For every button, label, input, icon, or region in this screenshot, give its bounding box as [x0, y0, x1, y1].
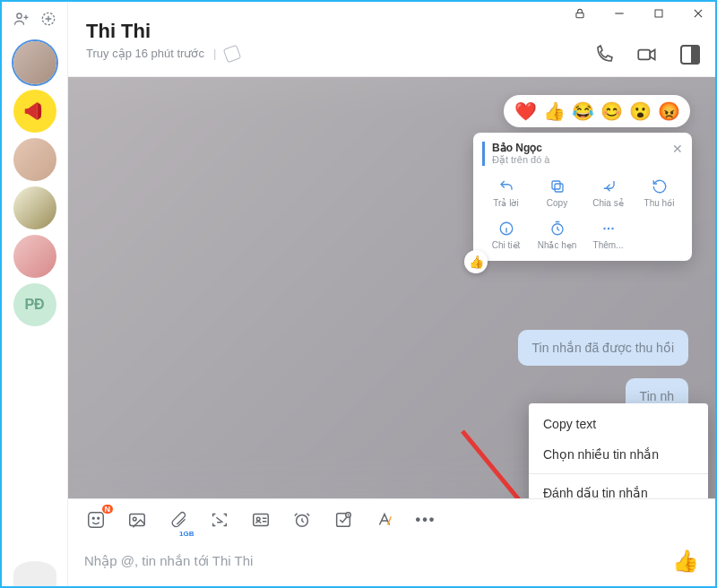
composer-toolbar: N 1GB •••	[68, 499, 715, 535]
action-copy[interactable]: Copy	[533, 173, 581, 212]
reaction-smile[interactable]: 😊	[600, 100, 622, 122]
format-icon[interactable]	[373, 508, 396, 532]
tag-icon[interactable]	[223, 44, 242, 63]
window-controls	[568, 4, 710, 23]
contact-avatar-5[interactable]	[13, 235, 56, 278]
chat-header: Thi Thi Truy cập 16 phút trước |	[68, 2, 715, 77]
svg-rect-3	[655, 10, 662, 17]
message-action-card: Bảo Ngọc Đặt trên đó à ✕ Trả lời Copy Ch…	[473, 133, 692, 261]
svg-point-0	[16, 13, 21, 18]
sticker-icon[interactable]: N	[84, 508, 108, 532]
reaction-laugh[interactable]: 😂	[572, 100, 593, 122]
side-panel-toggle[interactable]	[678, 42, 703, 67]
quick-react-thumb[interactable]: 👍	[464, 250, 488, 273]
ctx-copy-text[interactable]: Copy text	[529, 409, 708, 439]
more-tools-icon[interactable]: •••	[414, 508, 437, 532]
minimize-button[interactable]	[608, 4, 631, 23]
contact-avatar-1[interactable]	[13, 41, 56, 84]
main-column: Thi Thi Truy cập 16 phút trước |	[68, 2, 715, 586]
reaction-thumbs-up[interactable]: 👍	[543, 100, 565, 122]
message-input[interactable]	[84, 553, 672, 568]
svg-point-18	[256, 517, 260, 521]
recalled-message-1[interactable]: Tin nhắn đã được thu hồi	[518, 330, 688, 366]
sidebar-top-tools	[10, 7, 60, 30]
svg-point-11	[611, 228, 613, 229]
svg-rect-12	[89, 513, 104, 528]
contact-avatar-partial[interactable]	[13, 561, 56, 586]
close-button[interactable]	[687, 4, 710, 23]
contact-avatar-4[interactable]	[13, 186, 56, 229]
action-details[interactable]: Chi tiết	[482, 215, 530, 254]
svg-rect-6	[552, 181, 560, 189]
svg-rect-2	[576, 13, 583, 17]
svg-point-16	[133, 517, 136, 521]
send-like-button[interactable]: 👍	[672, 549, 699, 574]
last-seen-text: Truy cập 16 phút trước	[86, 47, 204, 60]
action-reply[interactable]: Trả lời	[482, 173, 530, 212]
attachment-icon[interactable]: 1GB	[167, 508, 190, 532]
add-friend-icon[interactable]	[10, 7, 33, 30]
action-recall[interactable]: Thu hồi	[635, 173, 683, 212]
svg-rect-17	[254, 514, 269, 526]
svg-rect-4	[638, 50, 650, 60]
svg-point-14	[98, 517, 99, 519]
contact-avatar-pd[interactable]: PĐ	[13, 283, 56, 326]
context-menu: Copy text Chọn nhiều tin nhắn Đánh dấu t…	[529, 403, 708, 498]
video-call-icon[interactable]	[635, 42, 660, 67]
composer-input-row: 👍	[68, 535, 715, 586]
card-message-preview: Đặt trên đó à	[492, 154, 549, 166]
svg-point-13	[92, 517, 94, 519]
reaction-heart[interactable]: ❤️	[514, 100, 536, 122]
alarm-icon[interactable]	[290, 508, 314, 532]
svg-point-9	[603, 228, 605, 229]
task-icon[interactable]	[332, 508, 355, 532]
ctx-multi-select[interactable]: Chọn nhiều tin nhắn	[529, 439, 708, 470]
svg-rect-5	[555, 184, 563, 192]
ctx-mark[interactable]: Đánh dấu tin nhắn	[529, 478, 708, 498]
card-close-icon[interactable]: ✕	[672, 142, 683, 156]
action-more[interactable]: Thêm...	[584, 215, 632, 254]
header-tools	[592, 42, 703, 67]
screenshot-icon[interactable]	[208, 508, 231, 532]
maximize-button[interactable]	[647, 4, 670, 23]
sidebar: PĐ	[2, 2, 68, 586]
reaction-picker[interactable]: ❤️ 👍 😂 😊 😮 😡	[504, 95, 690, 127]
action-share[interactable]: Chia sẻ	[584, 173, 632, 212]
composer: N 1GB ••• 👍	[68, 498, 715, 586]
lock-icon[interactable]	[568, 4, 592, 23]
action-reminder[interactable]: Nhắc hẹn	[533, 215, 581, 254]
reaction-angry[interactable]: 😡	[658, 100, 679, 122]
reaction-wow[interactable]: 😮	[629, 100, 651, 122]
create-group-icon[interactable]	[37, 7, 60, 30]
contact-avatar-3[interactable]	[13, 138, 56, 181]
voice-call-icon[interactable]	[592, 42, 617, 67]
card-sender-name: Bảo Ngọc	[492, 142, 549, 154]
chat-body: ❤️ 👍 😂 😊 😮 😡 Bảo Ngọc Đặt trên đó à ✕	[68, 77, 715, 498]
image-icon[interactable]	[125, 508, 149, 532]
contact-avatar-2[interactable]	[13, 90, 56, 133]
app-window: PĐ Thi Thi Truy cập 16 phút trước |	[0, 0, 717, 588]
svg-point-10	[607, 228, 609, 229]
contact-card-icon[interactable]	[249, 508, 272, 532]
